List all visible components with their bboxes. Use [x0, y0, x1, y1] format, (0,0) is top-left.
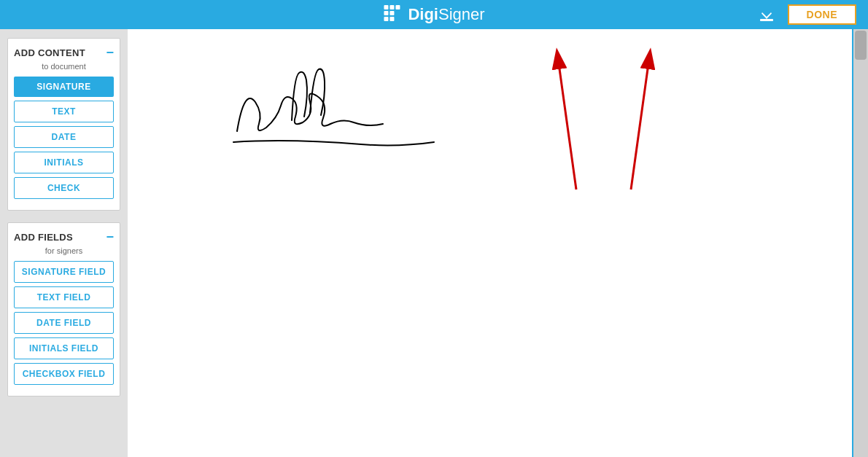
initials-button[interactable]: INITIALS [14, 152, 114, 173]
svg-rect-1 [390, 5, 394, 9]
svg-rect-4 [390, 11, 394, 15]
svg-line-10 [558, 58, 576, 190]
add-fields-panel: ADD FIELDS − for signers SIGNATURE FIELD… [7, 222, 120, 397]
date-field-button[interactable]: DATE FIELD [14, 312, 114, 334]
red-arrow-2 [624, 44, 667, 204]
initials-field-button[interactable]: INITIALS FIELD [14, 337, 114, 359]
signature-svg [215, 66, 492, 160]
layout: ADD CONTENT − to document SIGNATURE TEXT… [0, 29, 868, 457]
add-content-header: ADD CONTENT − [14, 46, 114, 59]
check-button[interactable]: CHECK [14, 177, 114, 199]
scrollbar-panel [853, 29, 868, 457]
signature-button[interactable]: SIGNATURE [14, 77, 114, 97]
add-fields-title: ADD FIELDS [14, 232, 73, 243]
scrollbar-thumb[interactable] [855, 31, 867, 60]
svg-rect-3 [384, 11, 388, 15]
svg-rect-5 [384, 17, 388, 21]
sidebar: ADD CONTENT − to document SIGNATURE TEXT… [0, 29, 128, 457]
svg-rect-7 [760, 19, 773, 21]
logo-icon [383, 4, 403, 25]
add-content-panel: ADD CONTENT − to document SIGNATURE TEXT… [7, 38, 120, 211]
signature-field-button[interactable]: SIGNATURE FIELD [14, 261, 114, 283]
header: DigiSigner DONE [0, 0, 868, 29]
main-area [128, 29, 868, 457]
download-button[interactable] [754, 1, 779, 28]
svg-rect-0 [384, 5, 388, 9]
svg-rect-6 [390, 17, 394, 21]
header-right: DONE [754, 1, 856, 28]
svg-line-12 [631, 58, 649, 190]
document-canvas[interactable] [128, 29, 853, 457]
add-fields-header: ADD FIELDS − [14, 230, 114, 243]
svg-rect-2 [395, 5, 400, 9]
checkbox-field-button[interactable]: CHECKBOX FIELD [14, 363, 114, 385]
signature-area [215, 66, 492, 163]
add-content-subtitle: to document [14, 62, 114, 71]
text-field-button[interactable]: TEXT FIELD [14, 286, 114, 308]
done-button[interactable]: DONE [788, 4, 856, 25]
logo-text: DigiSigner [408, 5, 484, 24]
add-content-title: ADD CONTENT [14, 47, 85, 58]
text-button[interactable]: TEXT [14, 101, 114, 122]
add-content-collapse[interactable]: − [106, 46, 114, 59]
svg-marker-8 [762, 7, 772, 19]
add-fields-subtitle: for signers [14, 246, 114, 255]
logo: DigiSigner [383, 4, 484, 25]
red-arrow-1 [551, 44, 594, 204]
date-button[interactable]: DATE [14, 126, 114, 148]
download-icon [757, 4, 776, 23]
add-fields-collapse[interactable]: − [106, 230, 114, 243]
